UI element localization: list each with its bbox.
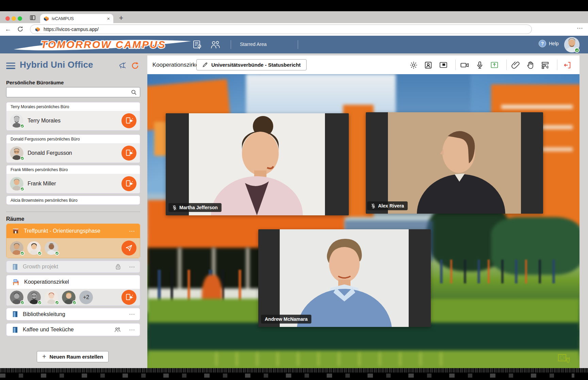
protected-screen-icon	[558, 353, 570, 364]
participant-name-label: Alex Rivera	[367, 201, 408, 210]
tab-close-icon[interactable]: ×	[107, 16, 110, 21]
room-options-icon[interactable]: ⋯	[129, 326, 135, 333]
room-name: Bibliotheksleitung	[23, 311, 65, 317]
knock-button[interactable]	[121, 176, 136, 191]
meeting-point-icon	[12, 228, 19, 234]
microphone-icon[interactable]	[475, 60, 485, 70]
room-header: Kooperationszirkel Universitätsverbünde …	[147, 55, 579, 74]
sidebar: Hybrid Uni Office Persönliche Büroräume	[0, 53, 147, 368]
pencil-icon	[202, 62, 208, 68]
room-name: Growth projekt	[23, 264, 58, 270]
url-text: https://ivicos-campus.app/	[44, 27, 99, 32]
room-name: Treffpunkt - Orientierungsphase	[24, 228, 100, 234]
reload-button[interactable]	[17, 26, 23, 32]
megaphone-icon[interactable]	[118, 61, 127, 70]
toolbar-divider	[506, 60, 507, 70]
picture-in-picture-icon[interactable]	[439, 60, 448, 70]
room-options-icon[interactable]: ⋯	[129, 263, 135, 270]
personal-office-card: Donald Fergussons persönliches Büro Dona…	[6, 134, 140, 163]
mic-muted-icon	[172, 205, 177, 210]
status-badge	[37, 300, 42, 305]
leave-room-icon[interactable]	[562, 60, 572, 70]
door-icon	[12, 327, 18, 333]
avatar	[10, 291, 23, 304]
tab-overview-icon[interactable]	[30, 15, 35, 20]
people-directory-icon[interactable]	[210, 40, 220, 49]
office-label: Terry Morales persönliches Büro	[6, 102, 140, 111]
status-badge	[20, 251, 24, 255]
tab-title: ivCAMPUS	[52, 16, 104, 21]
video-tile-alex[interactable]: Alex Rivera	[366, 112, 543, 214]
help-button[interactable]: ? Help	[539, 40, 559, 47]
starred-area-nav[interactable]: Starred Area	[240, 42, 267, 47]
rooms-label: Räume	[6, 216, 24, 222]
office-label: Donald Fergussons persönliches Büro	[6, 135, 140, 143]
avatar	[10, 146, 23, 160]
personal-office-card-collapsed[interactable]: Alicia Brownsteins persönliches Büro	[6, 196, 140, 205]
window-close-button[interactable]	[5, 16, 10, 21]
room-audio-icon[interactable]	[541, 60, 550, 70]
menu-icon[interactable]	[6, 63, 15, 69]
site-favicon	[35, 27, 40, 32]
window-minimize-button[interactable]	[12, 16, 16, 21]
room-card-treffpunkt[interactable]: Treffpunkt - Orientierungsphase ⋯	[6, 224, 140, 258]
room-options-icon[interactable]: ⋯	[129, 228, 135, 235]
desk-icon	[12, 279, 19, 285]
screen-share-icon[interactable]	[490, 60, 499, 70]
search-icon[interactable]	[131, 89, 137, 95]
participant-name-label: Martha Jefferson	[168, 203, 222, 212]
room-row-kaffee-teekueche[interactable]: Kaffee und Teeküche ⋯	[6, 323, 140, 336]
toolbar-divider	[455, 60, 456, 70]
plus-icon: +	[42, 353, 46, 361]
create-room-button[interactable]: + Neuen Raum erstellen	[37, 351, 109, 362]
room-options-icon[interactable]: ⋯	[129, 311, 135, 318]
room-row-growth[interactable]: Growth projekt ⋯	[6, 261, 140, 273]
video-tile-andrew[interactable]: Andrew McNamara	[258, 229, 431, 327]
window-zoom-button[interactable]	[18, 16, 22, 21]
browser-tab[interactable]: ivCAMPUS ×	[40, 14, 113, 23]
header-divider	[298, 40, 298, 49]
status-badge	[55, 251, 59, 255]
person-name: Donald Fergusson	[28, 150, 72, 156]
status-badge	[55, 300, 59, 305]
knock-button[interactable]	[121, 290, 136, 305]
room-topic-label: Universitätsverbünde - Statusbericht	[211, 62, 301, 68]
header-divider	[231, 40, 231, 49]
sidebar-search	[6, 87, 140, 97]
current-room-name: Kooperationszirkel	[152, 62, 200, 68]
send-message-button[interactable]	[121, 241, 136, 255]
screenshot-noise-edge	[0, 368, 588, 373]
camera-icon[interactable]	[460, 60, 469, 70]
room-row-bibliotheksleitung[interactable]: Bibliotheksleitung ⋯	[6, 308, 140, 320]
raise-hand-icon[interactable]	[525, 60, 535, 70]
browser-tab-strip: ivCAMPUS × +	[0, 11, 588, 23]
refresh-icon[interactable]	[131, 61, 140, 70]
back-button[interactable]: ←	[5, 26, 11, 33]
settings-gear-icon[interactable]	[409, 60, 418, 70]
more-members-badge[interactable]: +2	[79, 291, 93, 304]
status-badge	[20, 124, 24, 128]
create-room-label: Neuen Raum erstellen	[50, 354, 103, 360]
room-topic-button[interactable]: Universitätsverbünde - Statusbericht	[196, 59, 307, 70]
profile-card-icon[interactable]	[423, 60, 433, 70]
status-badge	[72, 300, 77, 305]
status-badge	[20, 156, 24, 161]
status-badge	[20, 300, 24, 305]
room-name: Kaffee und Teeküche	[23, 327, 74, 333]
video-tile-martha[interactable]: Martha Jefferson	[166, 113, 349, 215]
avatar	[27, 241, 41, 255]
knock-button[interactable]	[121, 113, 136, 128]
new-tab-button[interactable]: +	[117, 14, 126, 22]
search-input[interactable]	[6, 89, 131, 95]
avatar	[45, 241, 58, 255]
browser-menu-icon[interactable]: ⋯	[577, 24, 583, 32]
help-label: Help	[549, 41, 559, 46]
personal-office-card: Frank Millers persönliches Büro Frank Mi…	[6, 165, 140, 194]
avatar	[45, 291, 58, 304]
status-badge	[20, 187, 24, 191]
campus-map-icon[interactable]	[193, 40, 202, 49]
room-card-kooperationszirkel[interactable]: Kooperationszirkel	[6, 275, 140, 306]
address-bar[interactable]: https://ivicos-campus.app/	[30, 24, 532, 34]
knock-button[interactable]	[121, 146, 136, 161]
attachment-icon[interactable]	[511, 60, 520, 70]
